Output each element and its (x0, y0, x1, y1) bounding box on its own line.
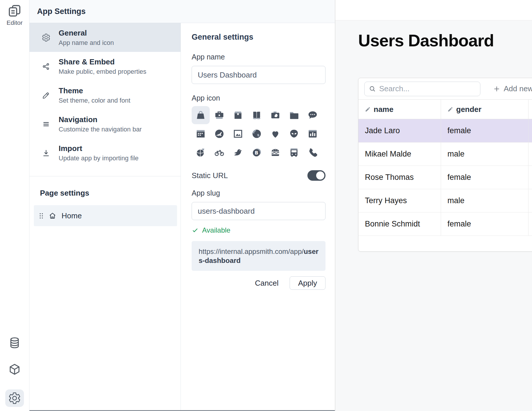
pencil-icon (42, 91, 50, 100)
libraries-button[interactable] (8, 363, 21, 376)
settings-menu-item-theme[interactable]: ThemeSet theme, color and font (29, 81, 181, 110)
database-icon (8, 336, 21, 349)
app-name-label: App name (192, 53, 335, 61)
home-icon (48, 211, 57, 220)
app-icon-option-bitcoin[interactable]: B (248, 143, 266, 161)
barchart-icon (307, 128, 318, 140)
app-icon-option-bag[interactable] (192, 106, 210, 124)
app-icon-grid: B (192, 106, 323, 161)
table-row[interactable]: Jade Larofemale (358, 119, 532, 143)
table-toolbar: Add new (358, 78, 532, 99)
app-icon-option-bus[interactable] (285, 143, 303, 161)
cell-name[interactable]: Mikael Malde (358, 143, 441, 166)
heart-icon (270, 128, 281, 140)
app-icon-option-globe[interactable] (248, 125, 266, 143)
settings-menu-item-share-embed[interactable]: Share & EmbedMake public, embed properti… (29, 52, 181, 81)
app-icon-option-heart[interactable] (266, 125, 284, 143)
static-url-label: Static URL (192, 171, 228, 180)
cell-name[interactable]: Jade Laro (358, 119, 441, 142)
cell-filler[interactable] (528, 119, 532, 142)
drag-handle-icon[interactable] (39, 212, 43, 219)
table-row[interactable]: Mikael Maldemale (358, 143, 532, 166)
app-settings-title: App Settings (37, 7, 86, 16)
cell-gender[interactable]: female (441, 212, 528, 236)
image-icon (232, 128, 244, 140)
bird-icon (232, 147, 244, 158)
table-row[interactable]: Bonnie Schmidtfemale (358, 212, 532, 236)
settings-menu-item-navigation[interactable]: NavigationCustomize the navigation bar (29, 110, 181, 138)
app-icon-option-book[interactable] (248, 106, 266, 124)
app-icon-option-bird[interactable] (229, 143, 247, 161)
column-header-name[interactable]: name (358, 100, 441, 119)
page-item-home[interactable]: Home (34, 205, 177, 226)
edit-pencil-icon (447, 106, 453, 112)
camera-icon (270, 109, 281, 121)
settings-menu-item-import[interactable]: ImportUpdate app by importing file (29, 138, 181, 167)
settings-button[interactable] (5, 389, 24, 407)
cell-gender[interactable]: female (441, 166, 528, 189)
app-icon-option-barchart[interactable] (304, 125, 322, 143)
app-icon-option-folder[interactable] (285, 106, 303, 124)
cell-filler[interactable] (528, 212, 532, 236)
table-body: Jade LarofemaleMikael MaldemaleRose Thom… (358, 119, 532, 236)
book-icon (251, 109, 262, 121)
menu-divider (29, 176, 181, 176)
app-icon-option-burger[interactable] (266, 143, 284, 161)
settings-menu-item-general[interactable]: GeneralApp name and icon (29, 23, 181, 52)
app-icon-option-alien[interactable] (285, 125, 303, 143)
cell-gender[interactable]: male (441, 143, 528, 166)
check-icon (192, 227, 199, 234)
cell-filler[interactable] (528, 189, 532, 212)
app-url-preview: https://internal.appsmith.com/app/users-… (192, 241, 326, 271)
app-icon-option-bike[interactable] (210, 143, 228, 161)
cell-name[interactable]: Rose Thomas (358, 166, 441, 189)
app-icon-option-airplane[interactable] (210, 125, 228, 143)
share-icon (42, 62, 50, 71)
cell-name[interactable]: Terry Hayes (358, 189, 441, 212)
cancel-button[interactable]: Cancel (255, 279, 279, 288)
add-new-label: Add new (504, 84, 532, 93)
slug-availability: Available (192, 226, 335, 234)
column-header-gender[interactable]: gender (441, 100, 528, 119)
download-icon (42, 149, 50, 157)
chat-icon (307, 109, 318, 121)
plus-icon (493, 85, 501, 93)
cell-gender[interactable]: male (441, 189, 528, 212)
cell-filler[interactable] (528, 166, 532, 189)
editor-label: Editor (7, 19, 23, 26)
cell-filler[interactable] (528, 143, 532, 166)
table-row[interactable]: Terry Hayesmale (358, 189, 532, 212)
gear-icon (42, 33, 50, 42)
box-icon (232, 109, 244, 121)
app-icon-option-chat[interactable] (304, 106, 322, 124)
apply-button[interactable]: Apply (290, 276, 326, 290)
users-table-widget: Add new namegender Jade LarofemaleMikael… (358, 78, 532, 252)
cell-name[interactable]: Bonnie Schmidt (358, 212, 441, 236)
app-canvas: Users Dashboard Add new namegender Jade … (335, 0, 532, 411)
editor-nav-button[interactable] (7, 3, 22, 18)
app-name-input[interactable] (192, 66, 326, 84)
app-slug-input[interactable] (192, 202, 326, 220)
app-settings-header: App Settings (29, 0, 335, 23)
page-title: Users Dashboard (358, 31, 532, 50)
table-search-input[interactable] (379, 84, 477, 93)
hamburger-icon (42, 120, 50, 129)
app-icon-option-camera[interactable] (266, 106, 284, 124)
table-search-box[interactable] (364, 82, 480, 96)
cell-gender[interactable]: female (441, 119, 528, 142)
url-prefix: https://internal.appsmith.com/app/ (199, 247, 304, 255)
static-url-toggle[interactable] (307, 170, 326, 181)
bus-icon (288, 147, 300, 158)
table-row[interactable]: Rose Thomasfemale (358, 166, 532, 189)
app-icon-option-calendar[interactable] (192, 125, 210, 143)
app-icon-option-image[interactable] (229, 125, 247, 143)
datasources-button[interactable] (8, 336, 21, 349)
app-icon-option-box[interactable] (229, 106, 247, 124)
app-icon-option-briefcase[interactable] (210, 106, 228, 124)
globe-icon (251, 128, 262, 140)
airplane-icon (214, 128, 225, 140)
app-slug-label: App slug (192, 189, 335, 197)
app-icon-option-basketball[interactable] (192, 143, 210, 161)
app-icon-option-phone[interactable] (304, 143, 322, 161)
add-new-button[interactable]: Add new (493, 84, 532, 93)
